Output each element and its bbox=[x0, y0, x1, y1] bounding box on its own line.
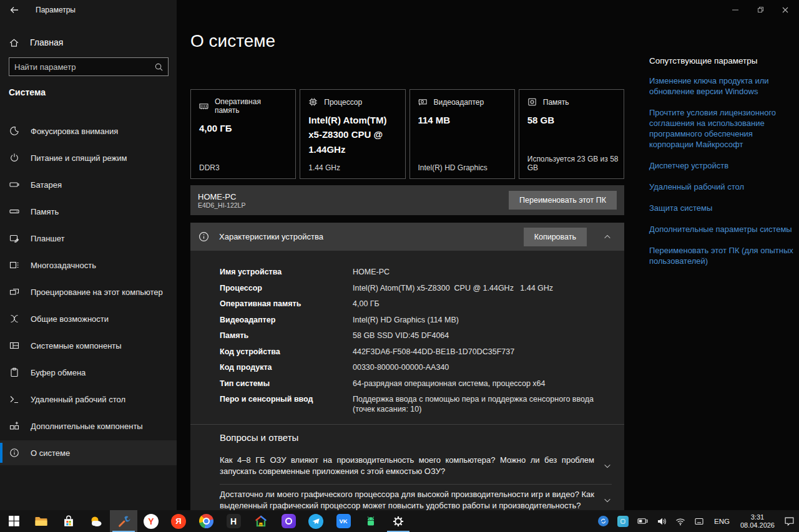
microsoft-store-button[interactable] bbox=[55, 510, 82, 532]
copy-button[interactable]: Копировать bbox=[524, 228, 587, 246]
clock[interactable]: 3:31 08.04.2026 bbox=[735, 510, 780, 532]
sidebar-item-remote-desktop[interactable]: Удаленный рабочий стол bbox=[0, 387, 177, 412]
h-app-icon: H bbox=[227, 514, 241, 528]
rename-pc-button[interactable]: Переименовать этот ПК bbox=[509, 191, 617, 210]
wifi-indicator[interactable] bbox=[671, 510, 690, 532]
yandex-icon: Я bbox=[171, 514, 186, 529]
spec-value: 4,00 ГБ bbox=[353, 299, 609, 309]
titlebar: Параметры bbox=[0, 0, 177, 20]
sidebar-item-optional-components[interactable]: Дополнительные компоненты bbox=[0, 414, 177, 438]
card-value: Intel(R) Atom(TM) x5-Z8300 CPU @ 1.44GHz bbox=[308, 113, 396, 157]
spec-row-system-type: Тип системы 64-разрядная операционная си… bbox=[220, 379, 609, 389]
tools-app-button[interactable] bbox=[110, 510, 137, 532]
optional-components-icon bbox=[9, 421, 19, 431]
yandex-browser-button[interactable]: Y bbox=[137, 510, 165, 532]
spec-row-storage: Память 58 GB SSD VID:45 DF4064 bbox=[220, 331, 609, 341]
close-button[interactable] bbox=[773, 0, 798, 20]
file-explorer-button[interactable] bbox=[27, 510, 55, 532]
sidebar-item-about[interactable]: О системе bbox=[0, 440, 177, 465]
sidebar-nav: Фокусировка внимания Питание и спящий ре… bbox=[0, 118, 177, 465]
weather-button[interactable] bbox=[82, 510, 110, 532]
restore-button[interactable] bbox=[748, 0, 773, 20]
purple-o-app-button[interactable] bbox=[275, 510, 302, 532]
sidebar-item-power-sleep[interactable]: Питание и спящий режим bbox=[0, 145, 177, 170]
language-indicator[interactable]: ENG bbox=[708, 510, 735, 532]
spec-label: Перо и сенсорный ввод bbox=[220, 394, 353, 414]
sidebar-item-storage[interactable]: Память bbox=[0, 199, 177, 224]
back-button[interactable] bbox=[0, 0, 29, 20]
link-remote-desktop[interactable]: Удаленный рабочий стол bbox=[649, 181, 797, 192]
android-app-button[interactable] bbox=[357, 510, 385, 532]
card-title: Память bbox=[543, 98, 569, 107]
link-rename-pc-advanced[interactable]: Переименовать этот ПК (для опытных польз… bbox=[649, 245, 797, 266]
pc-model: E4D6_HI-122LP bbox=[198, 201, 245, 209]
sidebar-item-system-components[interactable]: Системные компоненты bbox=[0, 333, 177, 358]
battery-indicator[interactable] bbox=[633, 510, 652, 532]
pc-name-strip: HOME-PC E4D6_HI-122LP Переименовать этот… bbox=[190, 185, 624, 215]
device-specs-panel: Характеристики устройства Копировать Имя… bbox=[190, 223, 624, 510]
chevron-down-icon bbox=[603, 496, 612, 505]
faq-question-gpu[interactable]: Достаточно ли моего графического процесс… bbox=[220, 484, 612, 510]
faq-question-ram[interactable]: Как 4–8 ГБ ОЗУ влияют на производительно… bbox=[220, 450, 612, 484]
sidebar-item-home[interactable]: Главная bbox=[0, 31, 177, 54]
chrome-button[interactable] bbox=[192, 510, 220, 532]
spec-value: 58 GB SSD VID:45 DF4064 bbox=[353, 331, 609, 341]
tray-sync-app-button[interactable] bbox=[594, 510, 613, 532]
sidebar-item-projecting[interactable]: Проецирование на этот компьютер bbox=[0, 279, 177, 304]
card-footer: 1.44 GHz bbox=[308, 163, 340, 172]
sidebar-item-clipboard[interactable]: Буфер обмена bbox=[0, 360, 177, 385]
close-icon bbox=[782, 6, 789, 14]
sidebar-section-label: Система bbox=[9, 87, 46, 97]
sidebar-item-focus-assist[interactable]: Фокусировка внимания bbox=[0, 118, 177, 143]
sidebar-item-label: Удаленный рабочий стол bbox=[31, 395, 125, 404]
start-button[interactable] bbox=[0, 510, 27, 532]
spec-row-device-name: Имя устройства HOME-PC bbox=[220, 267, 609, 277]
storage-icon bbox=[9, 206, 19, 216]
link-product-key[interactable]: Изменение ключа продукта или обновление … bbox=[649, 75, 797, 97]
sidebar-item-tablet[interactable]: Планшет bbox=[0, 226, 177, 251]
teal-app-icon bbox=[617, 516, 629, 527]
window-controls bbox=[723, 0, 798, 20]
sidebar-item-label: О системе bbox=[31, 448, 70, 458]
sidebar-item-label: Системные компоненты bbox=[31, 341, 122, 351]
link-license-terms[interactable]: Прочтите условия лицензионного соглашени… bbox=[649, 107, 797, 150]
card-value: 114 MB bbox=[418, 113, 506, 127]
chevron-up-icon bbox=[603, 233, 612, 241]
main-content: О системе Оперативная память 4,00 ГБ DDR… bbox=[190, 20, 624, 510]
link-advanced-system-settings[interactable]: Дополнительные параметры системы bbox=[649, 224, 797, 235]
file-explorer-icon bbox=[34, 514, 49, 529]
sidebar-item-multitasking[interactable]: Многозадачность bbox=[0, 253, 177, 278]
settings-window: Параметры Главная Система Фокусировка вн… bbox=[0, 0, 799, 510]
tray-teal-app-button[interactable] bbox=[613, 510, 633, 532]
action-center-button[interactable] bbox=[780, 510, 799, 532]
page-title: О системе bbox=[190, 31, 275, 51]
h-app-button[interactable]: H bbox=[220, 510, 247, 532]
settings-app-button[interactable] bbox=[385, 510, 412, 532]
tablet-icon bbox=[9, 233, 19, 243]
taskbar: Y Я H VK bbox=[0, 510, 799, 532]
collapse-specs-button[interactable] bbox=[597, 228, 618, 246]
home-app-button[interactable] bbox=[247, 510, 275, 532]
sidebar-item-label: Дополнительные компоненты bbox=[31, 422, 143, 431]
sidebar-item-shared-experiences[interactable]: Общие возможности bbox=[0, 306, 177, 331]
battery-icon bbox=[637, 516, 648, 526]
spec-value: 64-разрядная операционная система, проце… bbox=[353, 379, 609, 389]
android-icon bbox=[364, 515, 378, 528]
action-center-icon bbox=[784, 516, 795, 526]
link-system-protection[interactable]: Защита системы bbox=[649, 203, 797, 213]
taskbar-apps: Y Я H VK bbox=[0, 510, 412, 532]
yandex-button[interactable]: Я bbox=[165, 510, 192, 532]
search-input[interactable] bbox=[9, 62, 149, 72]
spec-label: Имя устройства bbox=[220, 267, 353, 277]
link-device-manager[interactable]: Диспетчер устройств bbox=[649, 160, 797, 171]
vk-button[interactable]: VK bbox=[330, 510, 357, 532]
card-disk: Память 58 GB Используется 23 GB из 58 GB bbox=[519, 89, 624, 179]
pc-name: HOME-PC bbox=[198, 192, 245, 201]
volume-indicator[interactable] bbox=[652, 510, 671, 532]
touch-keyboard-indicator[interactable] bbox=[690, 510, 708, 532]
sidebar-item-battery[interactable]: Батарея bbox=[0, 172, 177, 197]
touch-keyboard-icon bbox=[694, 516, 704, 526]
card-gpu: Видеоадаптер 114 MB Intel(R) HD Graphics bbox=[409, 89, 515, 179]
minimize-button[interactable] bbox=[723, 0, 748, 20]
telegram-button[interactable] bbox=[302, 510, 330, 532]
